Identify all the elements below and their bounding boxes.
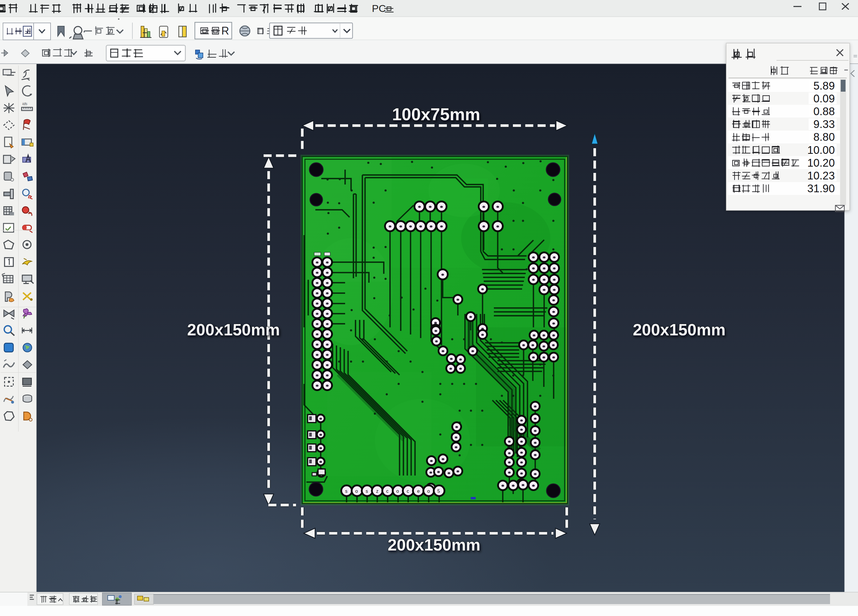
svg-text:10.00: 10.00 — [807, 144, 835, 156]
svg-text:8.80: 8.80 — [813, 131, 835, 143]
svg-text:200x150mm: 200x150mm — [388, 536, 480, 554]
svg-text:200x150mm: 200x150mm — [187, 320, 280, 339]
svg-text:c: c — [386, 488, 389, 494]
svg-text:s: s — [345, 488, 348, 494]
svg-text:31.90: 31.90 — [807, 182, 835, 194]
svg-text:PC: PC — [372, 3, 386, 14]
svg-text:5.89: 5.89 — [813, 80, 835, 92]
svg-text:ids: ids — [22, 101, 27, 106]
svg-text:o: o — [396, 488, 399, 494]
svg-text:5: 5 — [437, 488, 440, 494]
svg-text:9.33: 9.33 — [813, 118, 835, 130]
svg-text:100x75mm: 100x75mm — [392, 104, 480, 124]
svg-text:c: c — [407, 488, 409, 494]
svg-text:o: o — [427, 488, 430, 494]
svg-text:10.20: 10.20 — [807, 157, 835, 169]
svg-text:10.23: 10.23 — [807, 170, 835, 182]
svg-text:0.88: 0.88 — [813, 105, 835, 118]
svg-text:z: z — [376, 488, 378, 494]
svg-text:e: e — [417, 488, 420, 494]
svg-text:R: R — [221, 25, 229, 37]
svg-text:s: s — [365, 488, 368, 494]
svg-text:o: o — [355, 488, 358, 494]
svg-text:200x150mm: 200x150mm — [633, 320, 726, 339]
svg-text:0.09: 0.09 — [813, 93, 835, 105]
